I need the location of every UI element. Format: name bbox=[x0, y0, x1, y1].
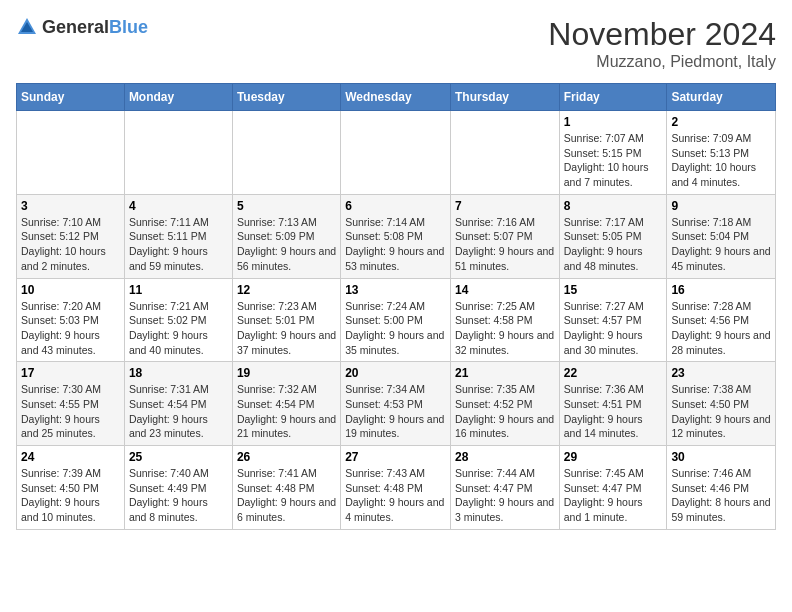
logo-text-blue: Blue bbox=[109, 17, 148, 37]
day-number: 12 bbox=[237, 283, 336, 297]
day-number: 9 bbox=[671, 199, 771, 213]
calendar-cell: 7Sunrise: 7:16 AM Sunset: 5:07 PM Daylig… bbox=[450, 194, 559, 278]
calendar-cell: 17Sunrise: 7:30 AM Sunset: 4:55 PM Dayli… bbox=[17, 362, 125, 446]
weekday-header-row: SundayMondayTuesdayWednesdayThursdayFrid… bbox=[17, 84, 776, 111]
weekday-header-wednesday: Wednesday bbox=[341, 84, 451, 111]
day-info: Sunrise: 7:40 AM Sunset: 4:49 PM Dayligh… bbox=[129, 466, 228, 525]
calendar-cell: 29Sunrise: 7:45 AM Sunset: 4:47 PM Dayli… bbox=[559, 446, 667, 530]
day-info: Sunrise: 7:11 AM Sunset: 5:11 PM Dayligh… bbox=[129, 215, 228, 274]
calendar-cell: 23Sunrise: 7:38 AM Sunset: 4:50 PM Dayli… bbox=[667, 362, 776, 446]
calendar-cell: 4Sunrise: 7:11 AM Sunset: 5:11 PM Daylig… bbox=[124, 194, 232, 278]
day-number: 3 bbox=[21, 199, 120, 213]
day-info: Sunrise: 7:35 AM Sunset: 4:52 PM Dayligh… bbox=[455, 382, 555, 441]
calendar-cell: 1Sunrise: 7:07 AM Sunset: 5:15 PM Daylig… bbox=[559, 111, 667, 195]
weekday-header-monday: Monday bbox=[124, 84, 232, 111]
day-info: Sunrise: 7:45 AM Sunset: 4:47 PM Dayligh… bbox=[564, 466, 663, 525]
day-info: Sunrise: 7:38 AM Sunset: 4:50 PM Dayligh… bbox=[671, 382, 771, 441]
calendar-cell: 2Sunrise: 7:09 AM Sunset: 5:13 PM Daylig… bbox=[667, 111, 776, 195]
calendar-cell: 18Sunrise: 7:31 AM Sunset: 4:54 PM Dayli… bbox=[124, 362, 232, 446]
day-number: 24 bbox=[21, 450, 120, 464]
calendar-cell: 26Sunrise: 7:41 AM Sunset: 4:48 PM Dayli… bbox=[232, 446, 340, 530]
day-number: 18 bbox=[129, 366, 228, 380]
day-info: Sunrise: 7:14 AM Sunset: 5:08 PM Dayligh… bbox=[345, 215, 446, 274]
day-info: Sunrise: 7:21 AM Sunset: 5:02 PM Dayligh… bbox=[129, 299, 228, 358]
calendar-week-row: 24Sunrise: 7:39 AM Sunset: 4:50 PM Dayli… bbox=[17, 446, 776, 530]
day-info: Sunrise: 7:28 AM Sunset: 4:56 PM Dayligh… bbox=[671, 299, 771, 358]
day-info: Sunrise: 7:41 AM Sunset: 4:48 PM Dayligh… bbox=[237, 466, 336, 525]
day-info: Sunrise: 7:30 AM Sunset: 4:55 PM Dayligh… bbox=[21, 382, 120, 441]
calendar-cell: 27Sunrise: 7:43 AM Sunset: 4:48 PM Dayli… bbox=[341, 446, 451, 530]
calendar-cell: 16Sunrise: 7:28 AM Sunset: 4:56 PM Dayli… bbox=[667, 278, 776, 362]
day-number: 25 bbox=[129, 450, 228, 464]
calendar-cell: 22Sunrise: 7:36 AM Sunset: 4:51 PM Dayli… bbox=[559, 362, 667, 446]
calendar-cell: 5Sunrise: 7:13 AM Sunset: 5:09 PM Daylig… bbox=[232, 194, 340, 278]
day-info: Sunrise: 7:20 AM Sunset: 5:03 PM Dayligh… bbox=[21, 299, 120, 358]
calendar-week-row: 17Sunrise: 7:30 AM Sunset: 4:55 PM Dayli… bbox=[17, 362, 776, 446]
day-info: Sunrise: 7:23 AM Sunset: 5:01 PM Dayligh… bbox=[237, 299, 336, 358]
weekday-header-tuesday: Tuesday bbox=[232, 84, 340, 111]
day-number: 10 bbox=[21, 283, 120, 297]
day-info: Sunrise: 7:24 AM Sunset: 5:00 PM Dayligh… bbox=[345, 299, 446, 358]
day-info: Sunrise: 7:25 AM Sunset: 4:58 PM Dayligh… bbox=[455, 299, 555, 358]
calendar-cell: 8Sunrise: 7:17 AM Sunset: 5:05 PM Daylig… bbox=[559, 194, 667, 278]
weekday-header-saturday: Saturday bbox=[667, 84, 776, 111]
day-info: Sunrise: 7:46 AM Sunset: 4:46 PM Dayligh… bbox=[671, 466, 771, 525]
logo: GeneralBlue bbox=[16, 16, 148, 38]
calendar-cell: 30Sunrise: 7:46 AM Sunset: 4:46 PM Dayli… bbox=[667, 446, 776, 530]
calendar-week-row: 1Sunrise: 7:07 AM Sunset: 5:15 PM Daylig… bbox=[17, 111, 776, 195]
title-block: November 2024 Muzzano, Piedmont, Italy bbox=[548, 16, 776, 71]
day-info: Sunrise: 7:17 AM Sunset: 5:05 PM Dayligh… bbox=[564, 215, 663, 274]
calendar-cell: 15Sunrise: 7:27 AM Sunset: 4:57 PM Dayli… bbox=[559, 278, 667, 362]
day-number: 13 bbox=[345, 283, 446, 297]
day-number: 5 bbox=[237, 199, 336, 213]
day-number: 28 bbox=[455, 450, 555, 464]
weekday-header-thursday: Thursday bbox=[450, 84, 559, 111]
calendar-cell bbox=[17, 111, 125, 195]
calendar-cell bbox=[124, 111, 232, 195]
calendar-week-row: 10Sunrise: 7:20 AM Sunset: 5:03 PM Dayli… bbox=[17, 278, 776, 362]
day-info: Sunrise: 7:16 AM Sunset: 5:07 PM Dayligh… bbox=[455, 215, 555, 274]
calendar-cell bbox=[450, 111, 559, 195]
day-info: Sunrise: 7:44 AM Sunset: 4:47 PM Dayligh… bbox=[455, 466, 555, 525]
day-number: 20 bbox=[345, 366, 446, 380]
day-number: 7 bbox=[455, 199, 555, 213]
weekday-header-friday: Friday bbox=[559, 84, 667, 111]
day-number: 30 bbox=[671, 450, 771, 464]
day-info: Sunrise: 7:09 AM Sunset: 5:13 PM Dayligh… bbox=[671, 131, 771, 190]
calendar-cell: 12Sunrise: 7:23 AM Sunset: 5:01 PM Dayli… bbox=[232, 278, 340, 362]
calendar-cell: 9Sunrise: 7:18 AM Sunset: 5:04 PM Daylig… bbox=[667, 194, 776, 278]
page-header: GeneralBlue November 2024 Muzzano, Piedm… bbox=[16, 16, 776, 71]
calendar-cell: 24Sunrise: 7:39 AM Sunset: 4:50 PM Dayli… bbox=[17, 446, 125, 530]
day-number: 1 bbox=[564, 115, 663, 129]
day-info: Sunrise: 7:27 AM Sunset: 4:57 PM Dayligh… bbox=[564, 299, 663, 358]
calendar-cell: 3Sunrise: 7:10 AM Sunset: 5:12 PM Daylig… bbox=[17, 194, 125, 278]
day-info: Sunrise: 7:31 AM Sunset: 4:54 PM Dayligh… bbox=[129, 382, 228, 441]
day-number: 8 bbox=[564, 199, 663, 213]
day-number: 11 bbox=[129, 283, 228, 297]
calendar-cell: 13Sunrise: 7:24 AM Sunset: 5:00 PM Dayli… bbox=[341, 278, 451, 362]
calendar-cell: 14Sunrise: 7:25 AM Sunset: 4:58 PM Dayli… bbox=[450, 278, 559, 362]
day-info: Sunrise: 7:43 AM Sunset: 4:48 PM Dayligh… bbox=[345, 466, 446, 525]
day-number: 17 bbox=[21, 366, 120, 380]
calendar-cell: 28Sunrise: 7:44 AM Sunset: 4:47 PM Dayli… bbox=[450, 446, 559, 530]
day-number: 19 bbox=[237, 366, 336, 380]
day-info: Sunrise: 7:18 AM Sunset: 5:04 PM Dayligh… bbox=[671, 215, 771, 274]
day-number: 4 bbox=[129, 199, 228, 213]
calendar-cell bbox=[341, 111, 451, 195]
day-info: Sunrise: 7:10 AM Sunset: 5:12 PM Dayligh… bbox=[21, 215, 120, 274]
calendar-cell: 21Sunrise: 7:35 AM Sunset: 4:52 PM Dayli… bbox=[450, 362, 559, 446]
day-number: 6 bbox=[345, 199, 446, 213]
day-info: Sunrise: 7:39 AM Sunset: 4:50 PM Dayligh… bbox=[21, 466, 120, 525]
day-number: 29 bbox=[564, 450, 663, 464]
calendar-cell: 6Sunrise: 7:14 AM Sunset: 5:08 PM Daylig… bbox=[341, 194, 451, 278]
day-number: 16 bbox=[671, 283, 771, 297]
day-info: Sunrise: 7:36 AM Sunset: 4:51 PM Dayligh… bbox=[564, 382, 663, 441]
day-info: Sunrise: 7:32 AM Sunset: 4:54 PM Dayligh… bbox=[237, 382, 336, 441]
location-subtitle: Muzzano, Piedmont, Italy bbox=[548, 53, 776, 71]
month-year-title: November 2024 bbox=[548, 16, 776, 53]
weekday-header-sunday: Sunday bbox=[17, 84, 125, 111]
day-info: Sunrise: 7:07 AM Sunset: 5:15 PM Dayligh… bbox=[564, 131, 663, 190]
day-number: 14 bbox=[455, 283, 555, 297]
day-number: 15 bbox=[564, 283, 663, 297]
calendar-cell: 19Sunrise: 7:32 AM Sunset: 4:54 PM Dayli… bbox=[232, 362, 340, 446]
